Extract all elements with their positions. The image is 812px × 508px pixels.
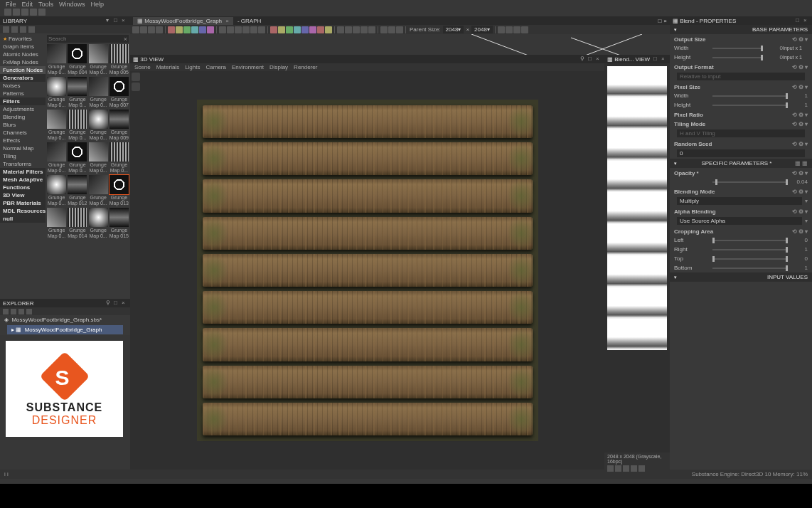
thumbnail[interactable]: Grunge Map 0...	[89, 77, 108, 108]
height-slider[interactable]	[712, 57, 763, 58]
random-seed-input[interactable]: 0	[677, 149, 805, 157]
lib-icon-4[interactable]	[28, 26, 35, 33]
view2d-tool-icon[interactable]	[631, 465, 637, 472]
library-tree[interactable]: FavoritesGraph ItemsAtomic NodesFxMap No…	[0, 33, 46, 299]
graph-tool-icon[interactable]	[227, 26, 234, 33]
tree-item[interactable]: Adjustments	[0, 105, 46, 113]
menu-edit[interactable]: Edit	[22, 1, 33, 8]
tree-item[interactable]: Blending	[0, 113, 46, 121]
thumbnail[interactable]: Grunge Map 015	[109, 208, 129, 239]
lib-icon-3[interactable]	[20, 26, 26, 33]
tree-item[interactable]: Blurs	[0, 121, 46, 129]
graph-tool-icon[interactable]	[242, 26, 250, 33]
menu-tools[interactable]: Tools	[38, 1, 53, 8]
maximize-icon[interactable]: □	[658, 18, 661, 24]
opacity-slider[interactable]	[712, 181, 788, 183]
thumbnail[interactable]: Grunge Map 009	[109, 110, 129, 141]
graph-tool-icon[interactable]	[301, 26, 309, 33]
view2d-viewport[interactable]	[604, 63, 670, 453]
thumbnail[interactable]: Grunge Map 0...	[47, 208, 66, 239]
thumbnail[interactable]: Grunge Map 0...	[47, 44, 66, 75]
maximize-icon[interactable]: □	[588, 56, 594, 62]
graph-tool-icon[interactable]	[380, 26, 388, 33]
view3d-renderer[interactable]: Renderer	[294, 64, 317, 70]
graph-tool-icon[interactable]	[219, 26, 226, 33]
explorer-graph-node[interactable]: ▸ ▦ MossyWoodFootbridge_Graph	[7, 325, 123, 334]
thumbnail[interactable]: Grunge Map 0...	[89, 208, 108, 239]
tab-close-icon[interactable]: ×	[225, 18, 229, 24]
menu-file[interactable]: File	[6, 1, 16, 8]
node-color-icon[interactable]	[191, 26, 198, 33]
tree-item[interactable]: Graph Items	[0, 43, 46, 51]
tree-item[interactable]: Mesh Adaptive	[0, 176, 46, 184]
tree-item[interactable]: Channels	[0, 129, 46, 137]
graph-tool-icon[interactable]	[294, 26, 301, 33]
tree-item[interactable]: Atomic Nodes	[0, 51, 46, 58]
view3d-scene[interactable]: Scene	[134, 64, 151, 70]
tree-item[interactable]: Tiling	[0, 152, 46, 160]
graph-tool-icon[interactable]	[345, 26, 352, 33]
tree-item[interactable]: Noises	[0, 82, 46, 90]
thumbnail[interactable]: Grunge Map 0...	[89, 44, 108, 75]
thumbnail[interactable]: Grunge Map 0...	[109, 142, 129, 174]
view3d-environment[interactable]: Environment	[232, 64, 264, 70]
graph-tool-icon[interactable]	[132, 26, 139, 33]
maximize-icon[interactable]: □	[114, 300, 119, 306]
graph-tool-icon[interactable]	[368, 26, 375, 33]
thumbnail[interactable]: Grunge Map 0...	[68, 77, 87, 108]
graph-tool-icon[interactable]	[286, 26, 293, 33]
graph-tool-icon[interactable]	[235, 26, 242, 33]
pin-icon[interactable]: ⚲	[106, 300, 112, 306]
close-icon[interactable]: ×	[122, 300, 127, 306]
viewport-tool-icon[interactable]	[132, 83, 140, 91]
node-color-icon[interactable]	[168, 26, 175, 33]
tree-item[interactable]: Favorites	[0, 35, 46, 43]
open-icon[interactable]	[30, 9, 37, 16]
tree-item[interactable]: Transforms	[0, 160, 46, 168]
thumbnail[interactable]: Grunge Map 007	[109, 77, 129, 108]
thumbnail[interactable]: Grunge Map 0...	[89, 175, 108, 206]
specific-parameters-section[interactable]: SPECIFIC PARAMETERS *▦ ▦	[670, 159, 812, 168]
tree-item[interactable]: Normal Map	[0, 144, 46, 152]
menu-windows[interactable]: Windows	[59, 1, 85, 8]
help-icon[interactable]	[38, 9, 46, 16]
view2d-tool-icon[interactable]	[607, 465, 614, 472]
thumbnail[interactable]: Grunge Map 0...	[47, 77, 66, 108]
thumbnail[interactable]: Grunge Map 0...	[47, 110, 66, 141]
exp-refresh-icon[interactable]	[3, 309, 9, 314]
view3d-lights[interactable]: Lights	[185, 64, 200, 70]
crop-left-slider[interactable]	[712, 240, 788, 241]
thumbnail[interactable]: Grunge Map 012	[68, 175, 87, 206]
graph-tool-icon[interactable]	[360, 26, 368, 33]
view3d-materials[interactable]: Materials	[156, 64, 179, 70]
input-values-section[interactable]: INPUT VALUES	[670, 272, 812, 282]
crop-right-slider[interactable]	[712, 249, 788, 250]
graph-tool-icon[interactable]	[337, 26, 344, 33]
tree-item[interactable]: Material Filters	[0, 168, 46, 176]
graph-tool-icon[interactable]	[278, 26, 285, 33]
graph-tool-icon[interactable]	[156, 26, 163, 33]
node-color-icon[interactable]	[207, 26, 214, 33]
pixel-width-slider[interactable]	[712, 95, 788, 97]
graph-tool-icon[interactable]	[388, 26, 395, 33]
tree-item[interactable]: Filters	[0, 97, 46, 105]
thumbnail[interactable]: Grunge Map 014	[68, 208, 87, 239]
width-slider[interactable]	[712, 48, 763, 49]
tree-item[interactable]: FxMap Nodes	[0, 58, 46, 66]
exp-delete-icon[interactable]	[26, 309, 32, 314]
output-format-dropdown[interactable]: Relative to input	[677, 73, 805, 80]
graph-tool-icon[interactable]	[258, 26, 265, 33]
graph-tool-icon[interactable]	[513, 26, 520, 33]
close-icon[interactable]: ×	[663, 18, 667, 24]
graph-tool-icon[interactable]	[309, 26, 316, 33]
base-parameters-section[interactable]: BASE PARAMETERS	[670, 25, 812, 34]
exp-save-icon[interactable]	[11, 309, 16, 314]
graph-tool-icon[interactable]	[521, 26, 528, 33]
maximize-icon[interactable]: □	[653, 56, 659, 62]
thumbnail[interactable]: Grunge Map 0...	[47, 142, 66, 174]
node-color-icon[interactable]	[199, 26, 206, 33]
search-clear-icon[interactable]: ×	[124, 36, 127, 43]
graph-tool-icon[interactable]	[140, 26, 147, 33]
tree-item[interactable]: Effects	[0, 137, 46, 144]
pin-icon[interactable]: ⚲	[580, 56, 586, 62]
